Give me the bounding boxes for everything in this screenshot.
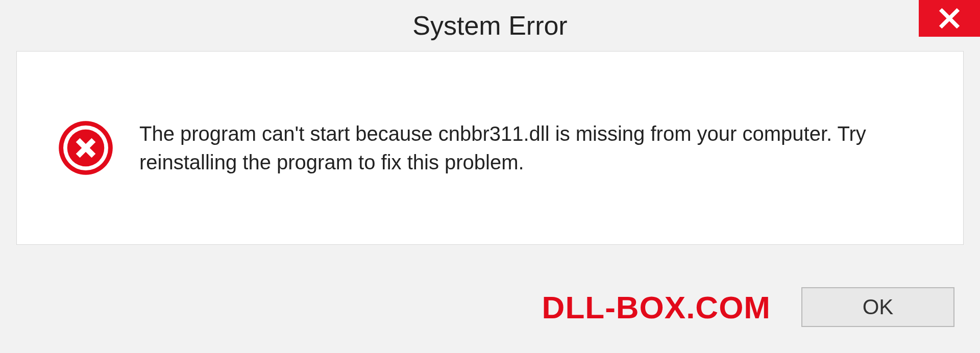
error-message: The program can't start because cnbbr311… (139, 119, 933, 176)
dialog-content: The program can't start because cnbbr311… (16, 51, 964, 245)
ok-button[interactable]: OK (801, 287, 954, 327)
dialog-footer: DLL-BOX.COM OK (0, 261, 980, 353)
dialog-title: System Error (412, 10, 567, 41)
error-icon (58, 120, 114, 176)
titlebar: System Error (0, 0, 980, 51)
close-icon (938, 7, 961, 30)
watermark-text: DLL-BOX.COM (542, 289, 771, 325)
ok-button-label: OK (863, 295, 894, 319)
close-button[interactable] (919, 0, 980, 37)
